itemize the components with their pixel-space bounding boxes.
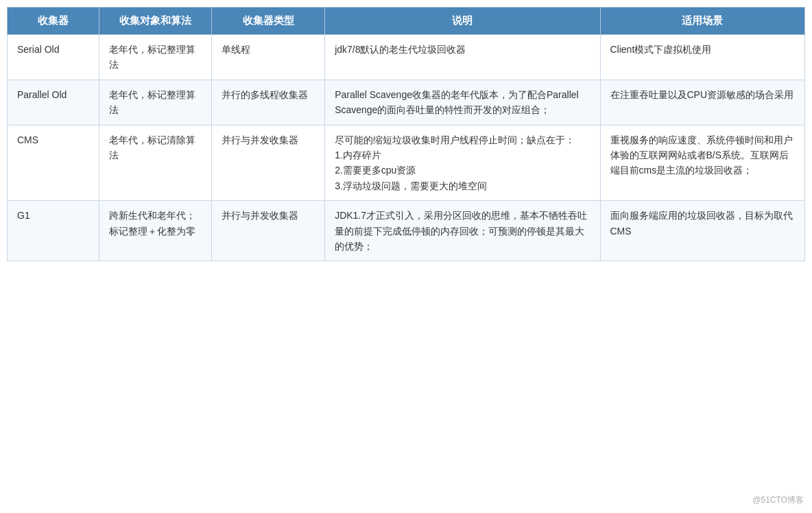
cell-description: JDK1.7才正式引入，采用分区回收的思维，基本不牺牲吞吐量的前提下完成低停顿的… — [325, 201, 600, 261]
table-row: G1跨新生代和老年代；标记整理＋化整为零并行与并发收集器JDK1.7才正式引入，… — [8, 201, 805, 261]
gc-table: 收集器 收集对象和算法 收集器类型 说明 适用场景 Serial Old老年代，… — [7, 7, 805, 261]
header-scenario: 适用场景 — [600, 8, 805, 35]
cell-algorithm: 老年代，标记清除算法 — [99, 125, 212, 201]
table-row: CMS老年代，标记清除算法并行与并发收集器尽可能的缩短垃圾收集时用户线程停止时间… — [8, 125, 805, 201]
cell-collector: CMS — [8, 125, 99, 201]
cell-scenario: 面向服务端应用的垃圾回收器，目标为取代CMS — [600, 201, 805, 261]
table-row: Parallel Old老年代，标记整理算法并行的多线程收集器Parallel … — [8, 80, 805, 125]
cell-algorithm: 跨新生代和老年代；标记整理＋化整为零 — [99, 201, 212, 261]
cell-algorithm: 老年代，标记整理算法 — [99, 80, 212, 125]
header-algorithm: 收集对象和算法 — [99, 8, 212, 35]
cell-description: Parallel Scavenge收集器的老年代版本，为了配合Parallel … — [325, 80, 600, 125]
cell-description: jdk7/8默认的老生代垃圾回收器 — [325, 35, 600, 80]
table-row: Serial Old老年代，标记整理算法单线程jdk7/8默认的老生代垃圾回收器… — [8, 35, 805, 80]
header-type: 收集器类型 — [212, 8, 325, 35]
cell-type: 并行与并发收集器 — [212, 125, 325, 201]
watermark: @51CTO博客 — [752, 494, 804, 506]
cell-collector: Parallel Old — [8, 80, 99, 125]
header-description: 说明 — [325, 8, 600, 35]
cell-scenario: 重视服务的响应速度、系统停顿时间和用户体验的互联网网站或者B/S系统。互联网后端… — [600, 125, 805, 201]
header-collector: 收集器 — [8, 8, 99, 35]
cell-type: 并行与并发收集器 — [212, 201, 325, 261]
cell-collector: G1 — [8, 201, 99, 261]
cell-algorithm: 老年代，标记整理算法 — [99, 35, 212, 80]
cell-scenario: Client模式下虚拟机使用 — [600, 35, 805, 80]
cell-scenario: 在注重吞吐量以及CPU资源敏感的场合采用 — [600, 80, 805, 125]
cell-collector: Serial Old — [8, 35, 99, 80]
cell-type: 单线程 — [212, 35, 325, 80]
cell-description: 尽可能的缩短垃圾收集时用户线程停止时间；缺点在于：1.内存碎片2.需要更多cpu… — [325, 125, 600, 201]
cell-type: 并行的多线程收集器 — [212, 80, 325, 125]
